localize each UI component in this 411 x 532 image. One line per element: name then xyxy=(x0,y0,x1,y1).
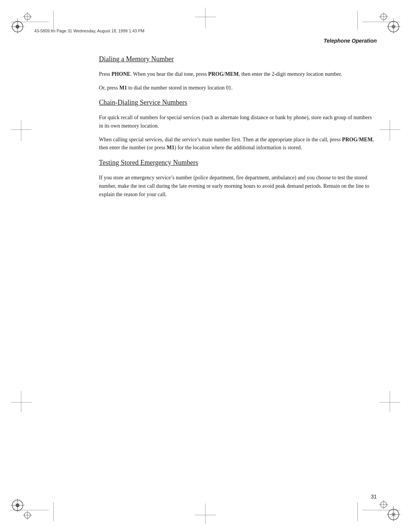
reg-vline-bl xyxy=(53,502,54,521)
heading-testing-emergency: Testing Stored Emergency Numbers xyxy=(34,159,377,167)
reg-vline-rmb xyxy=(390,391,390,412)
reg-vline-rmt xyxy=(390,120,390,141)
reg-vline-tr xyxy=(357,11,358,30)
reg-vline-bc xyxy=(206,503,206,524)
section-dialing-memory: Dialing a Memory Number Press PHONE. Whe… xyxy=(34,55,377,92)
reg-vline-lmt xyxy=(21,120,21,141)
heading-chain-dialing: Chain-Dialing Service Numbers xyxy=(34,99,377,107)
heading-dialing-memory: Dialing a Memory Number xyxy=(34,55,377,63)
section-chain-dialing: Chain-Dialing Service Numbers For quick … xyxy=(34,99,377,152)
reg-vline-tl xyxy=(53,11,54,30)
para-chain-1: For quick recall of numbers for special … xyxy=(99,113,377,130)
page: 43-5809.fm Page 31 Wednesday, August 18,… xyxy=(0,0,411,532)
reg-vline-lmb xyxy=(21,391,21,412)
para-dialing-1: Press PHONE. When you hear the dial tone… xyxy=(99,70,377,78)
page-number: 31 xyxy=(371,494,377,500)
header-file-info: 43-5809.fm Page 31 Wednesday, August 18,… xyxy=(34,29,377,33)
corner-mark-bl xyxy=(11,498,33,521)
corner-mark-br xyxy=(378,498,400,521)
corner-mark-tl xyxy=(11,11,33,34)
body-testing-emergency: If you store an emergency service’s numb… xyxy=(34,174,377,198)
body-chain-dialing: For quick recall of numbers for special … xyxy=(34,113,377,152)
corner-mark-tr xyxy=(378,11,400,34)
para-dialing-2: Or, press M1 to dial the number stored i… xyxy=(99,84,377,92)
section-testing-emergency: Testing Stored Emergency Numbers If you … xyxy=(34,159,377,198)
reg-vline-tc xyxy=(206,8,206,29)
para-testing-1: If you store an emergency service’s numb… xyxy=(99,174,377,198)
reg-vline-br xyxy=(357,502,358,521)
content-area: 43-5809.fm Page 31 Wednesday, August 18,… xyxy=(34,29,377,503)
para-chain-2: When calling special services, dial the … xyxy=(99,136,377,152)
body-dialing-memory: Press PHONE. When you hear the dial tone… xyxy=(34,70,377,92)
section-title: Telephone Operation xyxy=(34,38,377,44)
